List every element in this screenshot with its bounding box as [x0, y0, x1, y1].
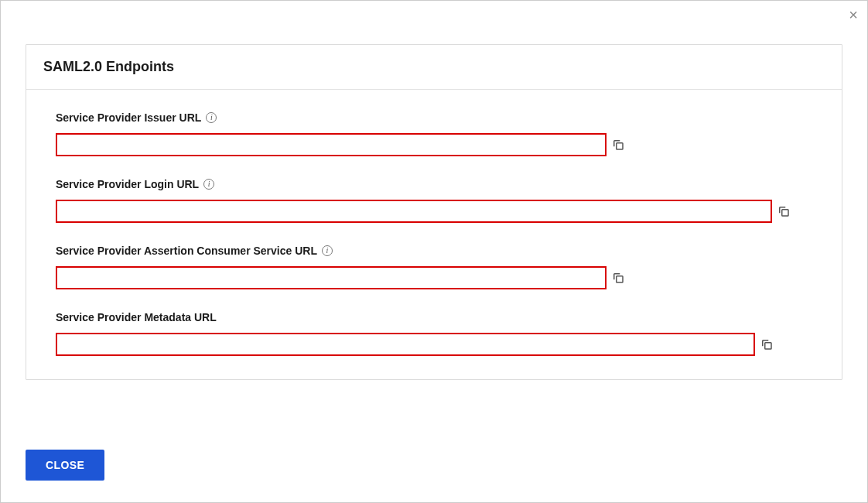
close-button[interactable]: CLOSE	[26, 450, 104, 481]
issuer-input[interactable]	[56, 133, 607, 156]
input-row	[56, 266, 812, 289]
copy-icon[interactable]	[611, 138, 625, 152]
field-issuer: Service Provider Issuer URL i	[56, 111, 812, 156]
field-login: Service Provider Login URL i	[56, 178, 812, 223]
field-metadata: Service Provider Metadata URL	[56, 311, 812, 356]
metadata-input[interactable]	[56, 333, 755, 356]
svg-rect-1	[782, 210, 788, 216]
svg-rect-2	[617, 276, 623, 282]
label-row: Service Provider Login URL i	[56, 178, 812, 190]
copy-icon[interactable]	[611, 271, 625, 285]
card-title: SAML2.0 Endpoints	[43, 59, 825, 75]
copy-icon[interactable]	[777, 204, 791, 218]
svg-rect-3	[765, 343, 771, 349]
label-row: Service Provider Assertion Consumer Serv…	[56, 245, 812, 257]
info-icon[interactable]: i	[206, 112, 217, 123]
metadata-label: Service Provider Metadata URL	[56, 311, 217, 323]
card-body: Service Provider Issuer URL i Service Pr…	[26, 90, 842, 379]
card-header: SAML2.0 Endpoints	[26, 45, 842, 90]
close-icon[interactable]: ×	[849, 7, 858, 22]
label-row: Service Provider Issuer URL i	[56, 111, 812, 124]
login-input[interactable]	[56, 200, 772, 223]
modal-footer: CLOSE	[26, 450, 104, 481]
svg-rect-0	[617, 143, 623, 149]
endpoints-card: SAML2.0 Endpoints Service Provider Issue…	[26, 44, 842, 380]
field-acs: Service Provider Assertion Consumer Serv…	[56, 245, 812, 289]
acs-label: Service Provider Assertion Consumer Serv…	[56, 245, 317, 257]
input-row	[56, 200, 812, 223]
info-icon[interactable]: i	[322, 245, 333, 256]
issuer-label: Service Provider Issuer URL	[56, 111, 201, 124]
info-icon[interactable]: i	[203, 179, 214, 190]
input-row	[56, 333, 812, 356]
input-row	[56, 133, 812, 156]
copy-icon[interactable]	[760, 337, 774, 351]
login-label: Service Provider Login URL	[56, 178, 199, 190]
label-row: Service Provider Metadata URL	[56, 311, 812, 323]
acs-input[interactable]	[56, 266, 607, 289]
